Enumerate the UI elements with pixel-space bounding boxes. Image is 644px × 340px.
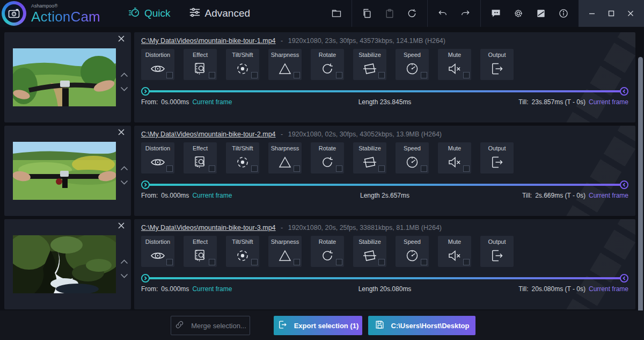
feedback-icon[interactable] (491, 8, 501, 19)
redo-icon[interactable] (460, 8, 471, 19)
move-up-icon[interactable] (120, 257, 128, 266)
tool-button-distortion[interactable]: Distortion (141, 49, 174, 80)
video-thumbnail[interactable] (13, 235, 116, 293)
merge-selection-button[interactable]: Merge selection... (171, 316, 250, 335)
copy-icon[interactable] (362, 8, 372, 19)
tool-checkbox[interactable] (209, 72, 215, 78)
tool-button-rotate[interactable]: Rotate (311, 49, 344, 80)
tool-button-stabilize[interactable]: Stabilize (353, 49, 386, 80)
tool-checkbox[interactable] (378, 259, 385, 265)
tool-button-output[interactable]: Output (480, 142, 514, 173)
clip-file-path-link[interactable]: C:\My Data\Videos\mountain-bike-tour-1.m… (141, 37, 276, 45)
tool-button-tilt-shift[interactable]: Tilt/Shift (226, 49, 259, 80)
remove-clip-icon[interactable] (118, 222, 126, 230)
tool-button-effect[interactable]: Effect (184, 236, 217, 267)
tab-advanced[interactable]: Advanced (189, 6, 251, 21)
tool-button-sharpness[interactable]: Sharpness (268, 236, 302, 267)
tool-button-sharpness[interactable]: Sharpness (268, 142, 302, 173)
maximize-icon[interactable] (604, 6, 618, 20)
tool-button-sharpness[interactable]: Sharpness (268, 49, 302, 80)
tab-quick[interactable]: Quick (128, 6, 171, 21)
tool-checkbox[interactable] (421, 72, 427, 78)
move-down-icon[interactable] (120, 84, 128, 93)
trim-start-handle[interactable] (141, 274, 150, 283)
tool-button-speed[interactable]: Speed (396, 49, 429, 80)
trim-end-handle[interactable] (620, 87, 628, 96)
tool-button-stabilize[interactable]: Stabilize (353, 236, 386, 267)
open-folder-icon[interactable] (331, 8, 342, 19)
tool-checkbox[interactable] (463, 165, 470, 172)
till-current-frame-link[interactable]: Current frame (589, 98, 628, 106)
tool-checkbox[interactable] (251, 165, 258, 172)
from-current-frame-link[interactable]: Current frame (192, 98, 232, 106)
output-path-button[interactable]: C:\Users\Horst\Desktop (368, 316, 475, 335)
undo-icon[interactable] (437, 8, 448, 19)
trim-slider-track[interactable] (143, 277, 627, 279)
info-icon[interactable] (558, 8, 569, 19)
minimize-icon[interactable] (585, 6, 599, 20)
from-current-frame-link[interactable]: Current frame (192, 285, 232, 293)
tool-button-effect[interactable]: Effect (184, 142, 217, 173)
tool-checkbox[interactable] (209, 165, 215, 172)
tool-button-distortion[interactable]: Distortion (141, 236, 174, 267)
clip-file-path-link[interactable]: C:\My Data\Videos\mountain-bike-tour-3.m… (141, 224, 276, 232)
move-down-icon[interactable] (120, 271, 128, 280)
move-up-icon[interactable] (120, 163, 128, 173)
trim-slider-track[interactable] (143, 90, 627, 92)
tool-checkbox[interactable] (336, 259, 342, 265)
tool-button-tilt-shift[interactable]: Tilt/Shift (226, 142, 259, 173)
tool-button-stabilize[interactable]: Stabilize (353, 142, 386, 173)
tool-button-tilt-shift[interactable]: Tilt/Shift (226, 236, 259, 267)
tool-checkbox[interactable] (209, 259, 215, 265)
reset-icon[interactable] (407, 8, 418, 19)
tool-checkbox[interactable] (378, 72, 385, 78)
tool-checkbox[interactable] (294, 72, 300, 78)
tool-checkbox[interactable] (421, 259, 427, 265)
tool-checkbox[interactable] (294, 165, 300, 172)
tool-button-effect[interactable]: Effect (184, 49, 217, 80)
tool-button-distortion[interactable]: Distortion (141, 142, 174, 173)
trim-end-handle[interactable] (620, 180, 628, 189)
theme-icon[interactable] (536, 8, 546, 19)
tool-checkbox[interactable] (421, 165, 427, 172)
tool-button-output[interactable]: Output (480, 49, 514, 80)
remove-clip-icon[interactable] (118, 128, 126, 137)
tool-button-rotate[interactable]: Rotate (311, 142, 344, 173)
tool-button-mute[interactable]: Mute (438, 142, 471, 173)
tool-button-speed[interactable]: Speed (396, 142, 429, 173)
video-thumbnail[interactable] (13, 142, 116, 200)
tool-button-rotate[interactable]: Rotate (311, 236, 344, 267)
move-up-icon[interactable] (120, 70, 128, 79)
trim-end-handle[interactable] (620, 274, 628, 283)
till-current-frame-link[interactable]: Current frame (589, 192, 628, 199)
trim-start-handle[interactable] (141, 87, 150, 96)
export-selection-button[interactable]: Export selection (1) (274, 316, 362, 335)
remove-clip-icon[interactable] (118, 35, 126, 44)
paste-icon[interactable] (384, 8, 395, 19)
tool-button-mute[interactable]: Mute (438, 236, 471, 267)
vertical-scrollbar[interactable] (638, 57, 643, 335)
tool-checkbox[interactable] (336, 72, 342, 78)
trim-slider-track[interactable] (143, 184, 627, 186)
from-current-frame-link[interactable]: Current frame (192, 192, 232, 199)
tool-checkbox[interactable] (251, 259, 258, 265)
tool-button-output[interactable]: Output (480, 236, 514, 267)
tool-button-speed[interactable]: Speed (396, 236, 429, 267)
tool-button-mute[interactable]: Mute (438, 49, 471, 80)
clip-file-path-link[interactable]: C:\My Data\Videos\mountain-bike-tour-2.m… (141, 131, 276, 138)
close-icon[interactable] (624, 6, 638, 20)
trim-start-handle[interactable] (141, 180, 150, 189)
tool-checkbox[interactable] (166, 259, 173, 265)
tool-checkbox[interactable] (251, 72, 258, 78)
video-thumbnail[interactable] (13, 48, 116, 106)
tool-checkbox[interactable] (166, 72, 173, 78)
settings-gear-icon[interactable] (513, 8, 524, 19)
tool-checkbox[interactable] (463, 259, 470, 265)
tool-checkbox[interactable] (463, 72, 470, 78)
tool-checkbox[interactable] (378, 165, 385, 172)
tool-checkbox[interactable] (294, 259, 300, 265)
till-current-frame-link[interactable]: Current frame (589, 285, 628, 293)
tool-checkbox[interactable] (166, 165, 173, 172)
move-down-icon[interactable] (120, 177, 128, 187)
tool-checkbox[interactable] (336, 165, 342, 172)
